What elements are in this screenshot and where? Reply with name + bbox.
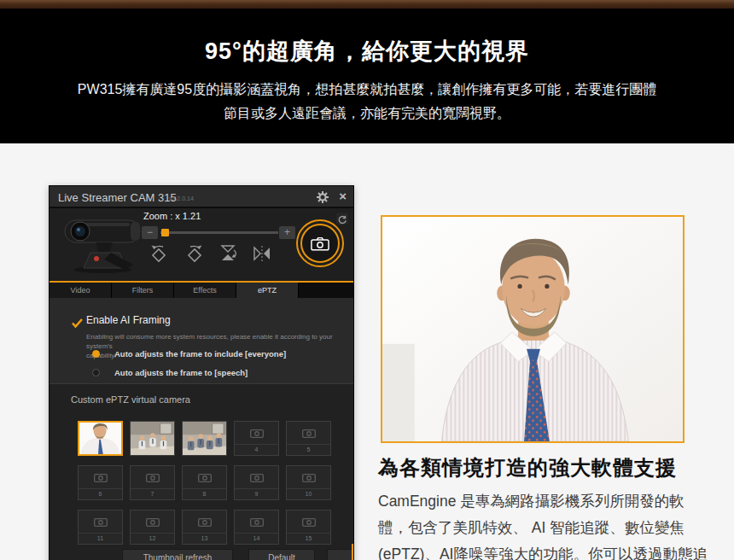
camera-placeholder-icon (287, 422, 330, 445)
thumbnail-number: 4 (235, 446, 278, 452)
thumbnail-14[interactable]: 14 (234, 510, 279, 545)
custom-eptz-label: Custom ePTZ virtual camera (71, 394, 190, 405)
thumbnail-number: 5 (287, 446, 330, 452)
camera-placeholder-icon (79, 466, 122, 489)
banner-title: 95°的超廣角，給你更大的視界 (0, 36, 734, 67)
man-portrait-illustration (382, 217, 683, 441)
version-label: v3.2.0.14 (169, 195, 194, 201)
default-button[interactable]: Default (248, 549, 315, 560)
thumbnail-2[interactable] (130, 421, 175, 456)
thumbnail-10[interactable]: 10 (286, 465, 331, 500)
camera-placeholder-icon (287, 510, 330, 534)
banner-line-1: PW315擁有廣達95度的攝影涵蓋視角，想拍甚麼就拍甚麼，讓創作擁有更多可能，若… (0, 78, 734, 102)
thumbnail-12[interactable]: 12 (130, 510, 175, 545)
radio-everyone[interactable] (92, 350, 100, 358)
radio-speech-label: Auto adjusts the frame to [speech] (114, 368, 248, 377)
thumbnail-refresh-button[interactable]: Thumbnail refresh (122, 549, 233, 560)
paragraph-line-2: 體，包含了美肌特效、 AI 智能追蹤、數位變焦 (378, 515, 719, 541)
thumbnail-number: 7 (131, 491, 174, 497)
thumbnail-1[interactable] (78, 421, 123, 456)
thumbnail-3[interactable] (182, 421, 227, 456)
camera-placeholder-icon (183, 466, 226, 489)
banner-description: PW315擁有廣達95度的攝影涵蓋視角，想拍甚麼就拍甚麼，讓創作擁有更多可能，若… (0, 78, 734, 125)
reset-all-button[interactable]: Reset all (327, 549, 354, 560)
tab-eptz[interactable]: ePTZ (236, 283, 299, 298)
thumbnail-number: 15 (287, 535, 330, 541)
camera-placeholder-icon (287, 466, 330, 489)
thumbnail-number: 12 (131, 535, 174, 541)
thumbnail-number: 14 (235, 535, 278, 541)
thumbnail-8[interactable]: 8 (182, 465, 227, 500)
enable-ai-framing-label: Enable AI Framing (86, 314, 171, 326)
radio-everyone-label: Auto adjusts the frame to include [every… (114, 349, 286, 359)
gear-icon[interactable] (316, 190, 329, 204)
tab-video[interactable]: Video (50, 283, 112, 298)
wood-texture-strip (0, 0, 734, 9)
webcam-product-image (60, 213, 145, 275)
zoom-slider-handle[interactable] (161, 229, 169, 236)
section-heading: 為各類情境打造的強大軟體支援 (378, 454, 677, 481)
camera-placeholder-icon (183, 510, 226, 534)
camera-placeholder-icon (131, 510, 174, 534)
rotate-left-icon[interactable] (148, 242, 170, 265)
camera-placeholder-icon (131, 466, 174, 489)
camengine-window: Live Streamer CAM 315 v3.2.0.14 × (49, 185, 354, 560)
tab-effects[interactable]: Effects (174, 283, 236, 298)
custom-eptz-section: Custom ePTZ virtual camera (50, 383, 353, 560)
paragraph-line-1: CamEngine 是專為網路攝影機系列所開發的軟 (378, 488, 719, 515)
thumbnail-number: 10 (287, 491, 330, 497)
thumbnail-15[interactable]: 15 (286, 510, 331, 545)
zoom-in-button[interactable]: + (279, 226, 295, 239)
thumbnail-number: 9 (235, 491, 278, 497)
tab-bar: VideoFiltersEffectsePTZ (50, 283, 353, 298)
thumbnail-4[interactable]: 4 (234, 421, 279, 456)
paragraph-line-3: (ePTZ)、AI降噪等強大的功能。你可以透過動態追 (378, 541, 719, 560)
flip-vertical-icon[interactable] (217, 242, 239, 265)
thumbnail-9[interactable]: 9 (234, 465, 279, 500)
section-paragraph: CamEngine 是專為網路攝影機系列所開發的軟 體，包含了美肌特效、 AI … (378, 488, 719, 560)
camera-control-panel: Zoom : x 1.21 − + (50, 210, 353, 281)
thumbnail-number: 13 (183, 535, 226, 541)
thumbnail-number: 8 (183, 491, 226, 497)
tab-filters[interactable]: Filters (112, 283, 174, 298)
refresh-icon[interactable] (336, 213, 348, 225)
thumbnail-13[interactable]: 13 (182, 510, 227, 545)
thumbnail-11[interactable]: 11 (78, 510, 123, 545)
camera-placeholder-icon (79, 510, 122, 534)
snapshot-button[interactable] (296, 219, 344, 267)
thumbnail-7[interactable]: 7 (130, 465, 175, 500)
thumbnail-number: 11 (79, 535, 122, 541)
checkmark-icon[interactable] (72, 316, 83, 325)
window-title: Live Streamer CAM 315 (58, 191, 177, 204)
close-icon[interactable]: × (339, 189, 347, 203)
rotate-right-icon[interactable] (184, 242, 206, 265)
camera-placeholder-icon (235, 422, 278, 445)
radio-speech[interactable] (92, 369, 100, 376)
flip-horizontal-icon[interactable] (251, 242, 273, 265)
title-bar[interactable]: Live Streamer CAM 315 v3.2.0.14 × (50, 186, 353, 208)
zoom-out-button[interactable]: − (142, 226, 158, 239)
hero-banner: 95°的超廣角，給你更大的視界 PW315擁有廣達95度的攝影涵蓋視角，想拍甚麼… (0, 9, 734, 143)
thumbnail-5[interactable]: 5 (286, 421, 331, 456)
camera-placeholder-icon (235, 466, 278, 489)
camera-icon (300, 224, 340, 263)
lifestyle-photo (381, 215, 684, 443)
eptz-panel: Enable AI Framing Enabling will consume … (50, 298, 353, 383)
thumbnail-6[interactable]: 6 (78, 465, 123, 500)
zoom-level-label: Zoom : x 1.21 (143, 211, 201, 221)
banner-line-2: 節目或多人遠距會議，亦能有完美的寬闊視野。 (0, 102, 734, 125)
scrollbar-thumb[interactable] (352, 544, 353, 560)
thumbnail-number: 6 (79, 491, 122, 497)
camera-placeholder-icon (235, 510, 278, 534)
zoom-slider-track[interactable] (160, 231, 278, 234)
